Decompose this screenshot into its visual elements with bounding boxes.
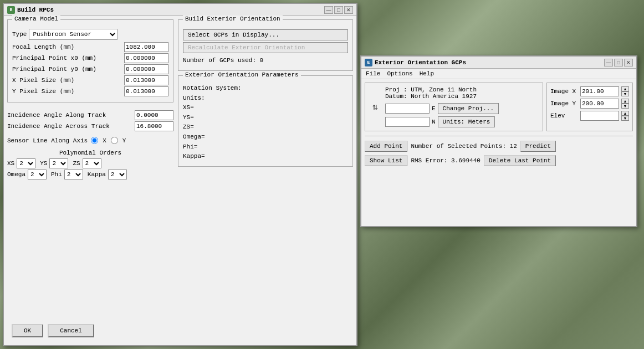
sensor-y-label: Y: [122, 137, 126, 144]
principal-y-row: Principal Point y0 (mm): [12, 64, 168, 74]
poly-row-2: Omega 234 Phi 234 Kappa 234: [7, 170, 173, 179]
sensor-x-radio-label[interactable]: X: [91, 137, 106, 144]
num-points-text: Number of Selected Points: 12: [411, 143, 517, 150]
ext-orient-close[interactable]: ✕: [624, 59, 633, 66]
zs-select[interactable]: 234: [83, 158, 101, 168]
ext-orient-controls: — □ ✕: [604, 59, 633, 66]
n-field-row: N Units: Meters: [385, 116, 539, 127]
incidence-along-label: Incidence Angle Along Track: [7, 112, 135, 119]
image-x-label: Image X: [550, 88, 578, 95]
build-rpcs-minimize[interactable]: —: [324, 6, 333, 14]
menu-options[interactable]: Options: [387, 70, 412, 77]
incidence-section: Incidence Angle Along Track Incidence An…: [7, 107, 173, 135]
sensor-line-row: Sensor Line Along Axis X Y: [7, 137, 173, 144]
principal-x-input[interactable]: [124, 53, 168, 63]
type-label: Type: [12, 31, 27, 38]
e-field-row: E Change Proj...: [385, 103, 539, 114]
rms-text: RMS Error: 3.699440: [411, 157, 480, 164]
zs-label: ZS: [73, 160, 80, 167]
build-rpcs-content: Camera Model Type Pushbroom Sensor Frame…: [4, 16, 356, 345]
incidence-across-label: Incidence Angle Across Track: [7, 123, 135, 130]
elev-down[interactable]: ▼: [621, 116, 629, 121]
phi-select[interactable]: 234: [64, 170, 83, 179]
ys-text: YS=: [183, 113, 348, 123]
build-ext-label: Build Exterior Orientation: [183, 16, 283, 22]
image-y-input[interactable]: [580, 99, 619, 109]
build-rpcs-maximize[interactable]: □: [334, 6, 343, 14]
omega-label: Omega: [7, 171, 25, 178]
image-box: Image X ▲ ▼ Image Y ▲ ▼ Elev: [546, 83, 633, 131]
num-gcps-label: Number of GCPs used: 0: [183, 57, 263, 64]
xs-select[interactable]: 234: [17, 158, 35, 168]
menu-help[interactable]: Help: [420, 70, 434, 77]
elev-up[interactable]: ▲: [621, 111, 629, 116]
focal-length-input[interactable]: [124, 42, 168, 52]
sensor-y-radio[interactable]: [111, 137, 118, 144]
principal-y-input[interactable]: [124, 64, 168, 74]
build-rpcs-close[interactable]: ✕: [344, 6, 353, 14]
ext-orient-titlebar: E Exterior Orientation GCPs — □ ✕: [361, 57, 636, 69]
elev-label: Elev: [550, 112, 578, 119]
recalculate-button[interactable]: Recalculate Exterior Orientation: [183, 42, 348, 53]
image-y-label: Image Y: [550, 100, 578, 107]
sensor-line-label: Sensor Line Along Axis: [7, 137, 88, 144]
polynomial-title: Polynomial Orders: [7, 150, 173, 156]
incidence-along-input[interactable]: [135, 110, 173, 120]
arrows-icon: ⇅: [369, 86, 382, 127]
proj-info: Proj : UTM, Zone 11 North Datum: North A…: [385, 86, 539, 127]
proj-box: ⇅ Proj : UTM, Zone 11 North Datum: North…: [365, 83, 543, 131]
ext-orient-params-group: Exterior Orientation Parameters Rotation…: [178, 75, 353, 167]
y-pixel-input[interactable]: [124, 86, 168, 96]
incidence-across-input[interactable]: [135, 121, 173, 131]
kappa-label: Kappa: [88, 171, 106, 178]
image-y-up[interactable]: ▲: [621, 99, 629, 104]
build-ext-group: Build Exterior Orientation Select GCPs i…: [178, 19, 353, 71]
ys-select[interactable]: 234: [49, 158, 68, 168]
kappa-select[interactable]: 234: [108, 170, 127, 179]
incidence-along-row: Incidence Angle Along Track: [7, 110, 173, 120]
build-rpcs-icon: B: [7, 6, 15, 14]
image-x-down[interactable]: ▼: [621, 91, 629, 96]
elev-input[interactable]: [580, 111, 619, 121]
show-list-button[interactable]: Show List: [365, 155, 407, 166]
select-gcps-button[interactable]: Select GCPs in Display...: [183, 29, 348, 40]
elev-row: Elev ▲ ▼: [550, 111, 629, 121]
image-x-input[interactable]: [580, 86, 619, 96]
cancel-button[interactable]: Cancel: [48, 324, 94, 337]
y-pixel-row: Y Pixel Size (mm): [12, 86, 168, 96]
left-panel: Camera Model Type Pushbroom Sensor Frame…: [7, 19, 173, 184]
ext-orient-minimize[interactable]: —: [604, 59, 613, 66]
delete-last-button[interactable]: Delete Last Point: [484, 155, 556, 166]
kappa-text: Kappa=: [183, 152, 348, 162]
ext-orient-maximize[interactable]: □: [614, 59, 623, 66]
e-label: E: [432, 105, 436, 112]
omega-select[interactable]: 234: [28, 170, 47, 179]
units-button[interactable]: Units: Meters: [438, 116, 495, 127]
right-panel: Build Exterior Orientation Select GCPs i…: [178, 19, 353, 184]
type-row: Type Pushbroom Sensor Frame Camera Gener…: [12, 29, 168, 40]
ys-label: YS: [40, 160, 47, 167]
separator-1: [365, 136, 633, 136]
principal-y-label: Principal Point y0 (mm): [12, 66, 124, 73]
ext-orient-icon: E: [365, 59, 372, 66]
menu-file[interactable]: File: [366, 70, 380, 77]
ok-button[interactable]: OK: [12, 324, 43, 337]
n-input[interactable]: [385, 117, 430, 127]
predict-button[interactable]: Predict: [520, 141, 556, 152]
x-pixel-input[interactable]: [124, 75, 168, 85]
image-x-up[interactable]: ▲: [621, 86, 629, 91]
type-select[interactable]: Pushbroom Sensor Frame Camera Generic: [29, 29, 117, 40]
change-proj-button[interactable]: Change Proj...: [438, 103, 499, 114]
image-y-down[interactable]: ▼: [621, 104, 629, 109]
xs-text: XS=: [183, 103, 348, 113]
sensor-y-radio-label[interactable]: Y: [111, 137, 126, 144]
add-point-button[interactable]: Add Point: [365, 141, 407, 152]
camera-model-group: Camera Model Type Pushbroom Sensor Frame…: [7, 19, 173, 102]
e-input[interactable]: [385, 104, 430, 114]
bottom-buttons: OK Cancel: [7, 320, 353, 342]
phi-text: Phi=: [183, 142, 348, 152]
omega-text: Omega=: [183, 132, 348, 142]
sensor-x-radio[interactable]: [91, 137, 98, 144]
build-rpcs-title: Build RPCs: [17, 7, 322, 13]
x-pixel-row: X Pixel Size (mm): [12, 75, 168, 85]
